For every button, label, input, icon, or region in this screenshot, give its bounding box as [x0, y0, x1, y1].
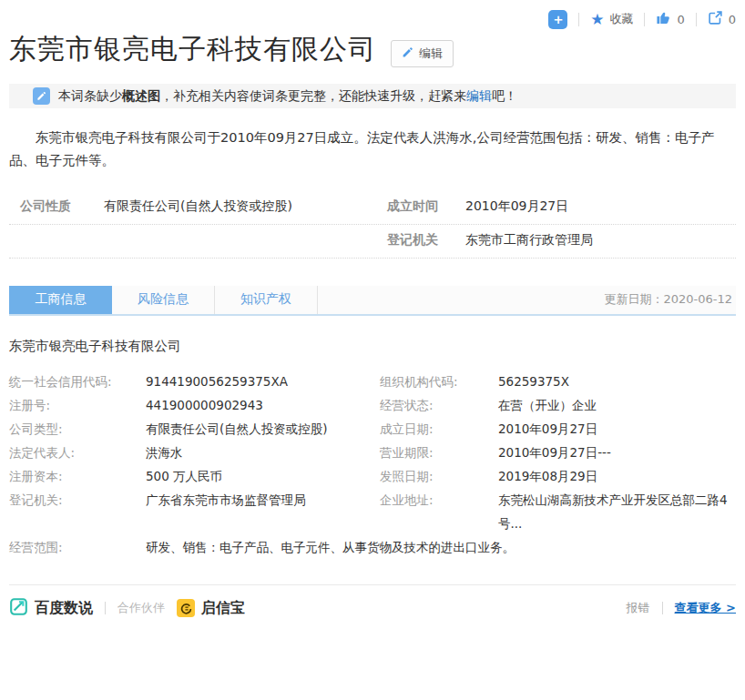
field-value: 2010年09月27日: [498, 417, 736, 441]
share-button[interactable]: 0: [708, 10, 736, 28]
divider: [578, 13, 579, 26]
field-label: 登记机关:: [9, 488, 146, 512]
table-row: 法定代表人: 洪海水 营业期限: 2010年09月27日---: [9, 441, 736, 464]
divider: [662, 602, 663, 614]
field-label: 发照日期:: [380, 464, 498, 488]
update-date: 更新日期：2020-06-12: [604, 286, 736, 314]
top-action-bar: ＋ ★ 收藏 0 0: [9, 0, 736, 29]
share-count: 0: [729, 13, 736, 26]
qixinbao-logo-text[interactable]: 启信宝: [201, 599, 245, 618]
field-value: 441900000902943: [146, 393, 380, 417]
like-count: 0: [677, 13, 684, 26]
company-name: 东莞市银亮电子科技有限公司: [9, 338, 736, 355]
field-value: 2010年09月27日---: [498, 441, 736, 464]
table-row: 公司类型: 有限责任公司(自然人投资或控股) 成立日期: 2010年09月27日: [9, 417, 736, 441]
divider: [105, 602, 106, 614]
notice-bar: 本词条缺少概述图，补充相关内容使词条更完整，还能快速升级，赶紧来编辑吧！: [9, 84, 736, 108]
field-label: 成立日期:: [380, 417, 498, 441]
notice-text: 本词条缺少概述图，补充相关内容使词条更完整，还能快速升级，赶紧来编辑吧！: [58, 88, 517, 105]
field-label: 注册号:: [9, 393, 146, 417]
divider: [696, 13, 697, 26]
tab-intellectual-property[interactable]: 知识产权: [215, 286, 318, 314]
field-value: 2019年08月29日: [498, 464, 736, 488]
baidu-shuoshuo-logo-text[interactable]: 百度数说: [35, 599, 93, 618]
field-label: 组织机构代码:: [380, 370, 498, 393]
field-label: 企业地址:: [380, 488, 498, 512]
favorite-button[interactable]: ★ 收藏: [590, 11, 633, 27]
thumbs-up-icon: [656, 10, 671, 28]
table-row: 登记机关: 广东省东莞市市场监督管理局 企业地址: 东莞松山湖高新技术产业开发区…: [9, 488, 736, 535]
field-value: 广东省东莞市市场监督管理局: [146, 488, 380, 512]
info-tab-bar: 工商信息 风险信息 知识产权 更新日期：2020-06-12: [9, 286, 736, 316]
like-button[interactable]: 0: [656, 10, 684, 28]
field-value: 研发、销售：电子产品、电子元件、从事货物及技术的进出口业务。: [146, 535, 736, 559]
baidu-shuoshuo-logo-icon: [9, 597, 28, 620]
field-label: 成立时间: [387, 198, 465, 215]
field-label: 营业期限:: [380, 441, 498, 464]
star-icon: ★: [590, 12, 604, 27]
field-label: 统一社会信用代码:: [9, 370, 146, 393]
field-label: 法定代表人:: [9, 441, 146, 464]
page-title: 东莞市银亮电子科技有限公司: [9, 31, 376, 68]
field-value: 56259375X: [498, 370, 736, 393]
field-label: 公司类型:: [9, 417, 146, 441]
field-value: 洪海水: [146, 441, 380, 464]
share-icon: [708, 10, 723, 28]
table-row: 统一社会信用代码: 9144190056259375XA 组织机构代码: 562…: [9, 370, 736, 393]
field-label: 经营范围:: [9, 535, 146, 559]
company-summary: 东莞市银亮电子科技有限公司于2010年09月27日成立。法定代表人洪海水,公司经…: [9, 127, 734, 173]
basic-info-row: 公司性质 有限责任公司(自然人投资或控股) 成立时间 2010年09月27日: [9, 191, 736, 225]
pencil-icon: [402, 46, 413, 61]
table-row: 注册号: 441900000902943 经营状态: 在营（开业）企业: [9, 393, 736, 417]
field-value: 有限责任公司(自然人投资或控股): [104, 198, 387, 215]
qixinbao-logo-icon: [177, 599, 195, 617]
partner-label: 合作伙伴: [117, 600, 165, 616]
data-source-footer: 百度数说 合作伙伴 启信宝 报错 查看更多 >: [9, 584, 736, 620]
title-row: 东莞市银亮电子科技有限公司 编辑: [9, 31, 736, 68]
table-row: 注册资本: 500 万人民币 发照日期: 2019年08月29日: [9, 464, 736, 488]
field-value: 9144190056259375XA: [146, 370, 380, 393]
table-row: 经营范围: 研发、销售：电子产品、电子元件、从事货物及技术的进出口业务。: [9, 535, 736, 559]
field-value: 有限责任公司(自然人投资或控股): [146, 417, 380, 441]
footer-links: 报错 查看更多 >: [627, 600, 736, 616]
field-label: 登记机关: [387, 232, 465, 249]
favorite-label: 收藏: [609, 11, 633, 27]
business-details-table: 统一社会信用代码: 9144190056259375XA 组织机构代码: 562…: [9, 370, 736, 559]
field-label: 注册资本:: [9, 464, 146, 488]
basic-info-table: 公司性质 有限责任公司(自然人投资或控股) 成立时间 2010年09月27日 登…: [9, 191, 736, 259]
baike-company-page: ＋ ★ 收藏 0 0 东莞市银亮电子科技有限公司 编辑: [0, 0, 745, 620]
tab-risk-info[interactable]: 风险信息: [112, 286, 215, 314]
basic-info-row: 登记机关 东莞市工商行政管理局: [9, 225, 736, 259]
field-value: 2010年09月27日: [465, 198, 736, 215]
edit-entry-button[interactable]: 编辑: [391, 40, 454, 67]
divider: [644, 13, 645, 26]
field-label: 公司性质: [20, 198, 104, 215]
report-error-link[interactable]: 报错: [627, 600, 650, 616]
view-more-link[interactable]: 查看更多 >: [675, 600, 736, 616]
edit-button-label: 编辑: [419, 46, 443, 62]
notice-edit-link[interactable]: 编辑: [466, 88, 492, 103]
field-value: 东莞松山湖高新技术产业开发区总部二路4号...: [498, 488, 736, 535]
tab-business-info[interactable]: 工商信息: [9, 286, 112, 314]
add-to-collection-button[interactable]: ＋: [548, 10, 567, 29]
field-value: 500 万人民币: [146, 464, 380, 488]
edit-pencil-icon: [33, 87, 50, 105]
field-value: 东莞市工商行政管理局: [465, 232, 736, 249]
field-label: 经营状态:: [380, 393, 498, 417]
field-value: 在营（开业）企业: [498, 393, 736, 417]
